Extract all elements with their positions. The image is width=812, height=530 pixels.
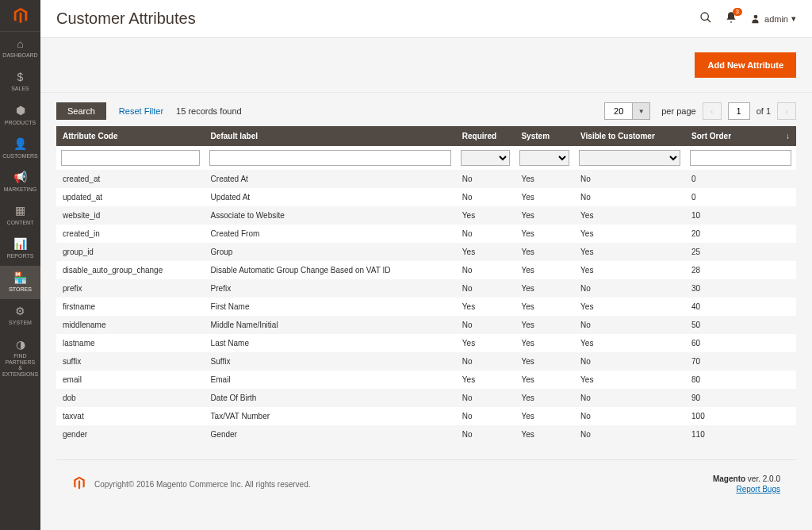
column-header-sort-order[interactable]: Sort Order [685, 126, 796, 146]
nav-item-system[interactable]: ⚙SYSTEM [0, 299, 40, 332]
svg-point-0 [701, 13, 708, 20]
table-row[interactable]: suffixSuffixNoYesNo70 [56, 352, 796, 371]
table-row[interactable]: taxvatTax/VAT NumberNoYesNo100 [56, 407, 796, 425]
search-icon[interactable] [699, 11, 712, 26]
system-icon: ⚙ [15, 305, 25, 317]
marketing-icon: 📢 [13, 171, 27, 183]
filter-visible[interactable] [579, 150, 680, 166]
user-icon [750, 13, 761, 25]
content-icon: ▦ [15, 205, 25, 217]
filter-sort-order[interactable] [690, 150, 791, 166]
column-header-default-label[interactable]: Default label [205, 126, 456, 146]
table-row[interactable]: dobDate Of BirthNoYesNo90 [56, 389, 796, 407]
svg-point-2 [754, 14, 758, 18]
pager-next-button[interactable]: › [777, 102, 796, 120]
nav-item-sales[interactable]: $SALES [0, 65, 40, 98]
products-icon: ⬢ [16, 105, 25, 117]
table-row[interactable]: updated_atUpdated AtNoYesNo0 [56, 188, 796, 206]
table-row[interactable]: firstnameFirst NameYesYesYes40 [56, 298, 796, 316]
per-page-input[interactable] [604, 102, 633, 120]
per-page-selector: ▼ [604, 102, 650, 120]
stores-icon: 🏪 [13, 272, 27, 284]
per-page-dropdown-button[interactable]: ▼ [633, 102, 650, 120]
filter-row [56, 146, 796, 170]
filter-required[interactable] [461, 150, 511, 166]
pager-prev-button[interactable]: ‹ [703, 102, 722, 120]
report-bugs-link[interactable]: Report Bugs [713, 485, 780, 494]
column-header-visible-to-customer[interactable]: Visible to Customer [574, 126, 685, 146]
notifications-icon[interactable]: 3 [725, 11, 737, 26]
customers-icon: 👤 [13, 138, 27, 150]
table-row[interactable]: created_atCreated AtNoYesNo0 [56, 170, 796, 188]
reports-icon: 📊 [13, 238, 27, 250]
nav-item-find-partners[interactable]: ◑FIND PARTNERS & EXTENSIONS [0, 332, 40, 384]
page-actions: Add New Attribute [40, 38, 812, 93]
table-row[interactable]: lastnameLast NameYesYesYes60 [56, 334, 796, 352]
page-footer: Copyright© 2016 Magento Commerce Inc. Al… [56, 459, 796, 508]
sales-icon: $ [17, 71, 24, 83]
search-button[interactable]: Search [56, 102, 106, 120]
nav-item-customers[interactable]: 👤CUSTOMERS [0, 132, 40, 165]
footer-logo-icon [72, 476, 94, 492]
page-of-total: of 1 [756, 106, 771, 116]
grid-container: Attribute CodeDefault labelRequiredSyste… [40, 126, 812, 530]
page-title: Customer Attributes [56, 10, 196, 28]
nav-item-content[interactable]: ▦CONTENT [0, 198, 40, 232]
table-row[interactable]: genderGenderNoYesNo110 [56, 425, 796, 444]
grid-toolbar: Search Reset Filter 15 records found ▼ p… [40, 93, 812, 126]
main-content: Customer Attributes 3 admin ▾ Add New At… [40, 0, 812, 530]
column-header-required[interactable]: Required [456, 126, 515, 146]
version-label: Magento ver. 2.0.0 [713, 474, 780, 483]
notification-badge: 3 [733, 8, 742, 16]
table-row[interactable]: disable_auto_group_changeDisable Automat… [56, 261, 796, 279]
nav-item-reports[interactable]: 📊REPORTS [0, 232, 40, 265]
table-row[interactable]: emailEmailYesYesYes80 [56, 371, 796, 389]
svg-line-1 [707, 19, 710, 22]
copyright: Copyright© 2016 Magento Commerce Inc. Al… [94, 480, 311, 489]
nav-item-dashboard[interactable]: ⌂DASHBOARD [0, 32, 40, 65]
dashboard-icon: ⌂ [17, 38, 23, 50]
table-row[interactable]: group_idGroupYesYesYes25 [56, 243, 796, 261]
nav-item-products[interactable]: ⬢PRODUCTS [0, 98, 40, 132]
table-row[interactable]: created_inCreated FromNoYesYes20 [56, 225, 796, 243]
nav-item-stores[interactable]: 🏪STORES [0, 266, 40, 299]
filter-attribute-code[interactable] [61, 150, 200, 166]
magento-logo-icon [12, 7, 29, 25]
filter-system[interactable] [519, 150, 569, 166]
table-row[interactable]: prefixPrefixNoYesNo30 [56, 279, 796, 298]
find-partners-icon: ◑ [16, 339, 25, 351]
column-header-attribute-code[interactable]: Attribute Code [56, 126, 205, 146]
chevron-down-icon: ▾ [791, 13, 796, 24]
magento-logo[interactable] [0, 0, 40, 32]
admin-label: admin [764, 14, 788, 24]
nav-item-marketing[interactable]: 📢MARKETING [0, 165, 40, 198]
per-page-label: per page [661, 106, 695, 116]
filter-default-label[interactable] [209, 150, 451, 166]
table-row[interactable]: website_idAssociate to WebsiteYesYesYes1… [56, 206, 796, 225]
admin-account-menu[interactable]: admin ▾ [750, 13, 796, 25]
records-found: 15 records found [176, 106, 242, 116]
admin-sidebar: ⌂DASHBOARD$SALES⬢PRODUCTS👤CUSTOMERS📢MARK… [0, 0, 40, 530]
reset-filter-link[interactable]: Reset Filter [119, 106, 163, 116]
page-input[interactable] [728, 102, 750, 120]
topbar: Customer Attributes 3 admin ▾ [40, 0, 812, 38]
attributes-table: Attribute CodeDefault labelRequiredSyste… [56, 126, 796, 444]
add-new-attribute-button[interactable]: Add New Attribute [695, 52, 796, 78]
table-row[interactable]: middlenameMiddle Name/InitialNoYesNo50 [56, 316, 796, 334]
column-header-system[interactable]: System [515, 126, 574, 146]
